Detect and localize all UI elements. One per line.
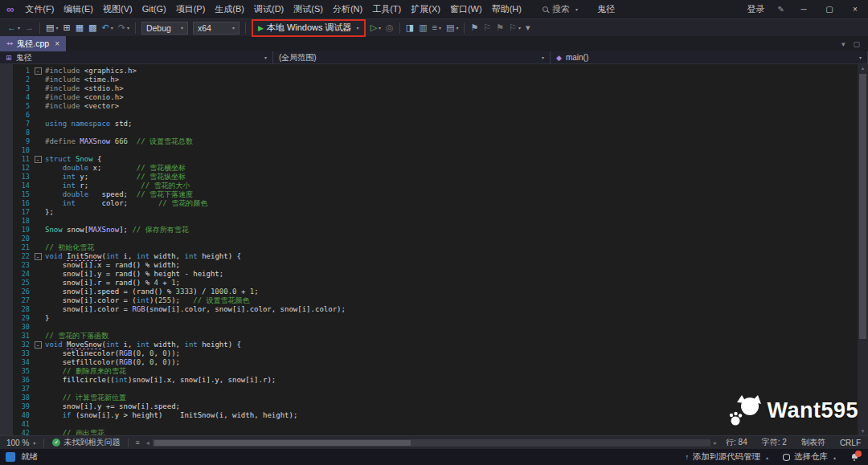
code-line[interactable]: snow[i].color = (int)(255); // 设置雪花颜色 <box>45 296 868 305</box>
tabs-indicator[interactable]: 制表符 <box>801 437 825 448</box>
code-line[interactable] <box>45 146 868 155</box>
fold-margin[interactable]: ---- <box>32 64 43 435</box>
clear-bookmarks-icon[interactable]: ⚐▾ <box>506 20 523 36</box>
start-debugging-button[interactable]: ▶本地 Windows 调试器▾ <box>253 21 364 35</box>
code-line[interactable]: double speed; // 雪花下落速度 <box>45 190 868 199</box>
new-file-icon[interactable]: ▤▾ <box>43 20 60 36</box>
search-box[interactable]: 搜索 ▾ <box>538 2 583 16</box>
code-line[interactable] <box>45 323 868 332</box>
code-line[interactable] <box>45 111 868 120</box>
next-bookmark-icon[interactable]: ⚑ <box>493 20 506 36</box>
tab-close-icon[interactable]: × <box>55 39 59 48</box>
tab-guijing-cpp[interactable]: ++ 鬼径.cpp × <box>0 36 66 51</box>
menu-item[interactable]: 视图(V) <box>98 0 137 18</box>
horizontal-scrollbar[interactable] <box>153 439 710 447</box>
breakpoint-margin[interactable] <box>0 64 13 435</box>
undo-icon[interactable]: ↶▾ <box>99 20 115 36</box>
menu-item[interactable]: 窗口(W) <box>445 0 487 18</box>
project-dropdown[interactable]: ⊞ 鬼径 ▾ <box>0 51 273 63</box>
code-line[interactable]: using namespace std; <box>45 120 868 128</box>
fold-collapse-icon[interactable]: - <box>35 67 42 75</box>
scroll-left-icon[interactable]: ◂ <box>145 439 151 447</box>
bookmark-icon[interactable]: ⚑ <box>468 20 481 36</box>
menu-item[interactable]: 项目(P) <box>171 0 211 18</box>
code-line[interactable]: snow[i].speed = (rand() % 3333) / 1000.0… <box>45 288 868 296</box>
code-line[interactable]: void InitSnow(int i, int width, int heig… <box>45 252 868 261</box>
code-line[interactable]: #include <stdio.h> <box>45 84 868 93</box>
platform-dropdown[interactable]: x64▾ <box>193 22 240 35</box>
code-line[interactable]: int color; // 雪花的颜色 <box>45 199 868 208</box>
forward-icon[interactable]: → <box>23 20 36 36</box>
code-line[interactable]: // 删除原来的雪花 <box>45 367 868 376</box>
code-line[interactable]: }; <box>45 208 868 217</box>
code-line[interactable] <box>45 128 868 137</box>
scroll-up-icon[interactable]: ▴ <box>858 64 868 72</box>
back-icon[interactable]: ←▾ <box>5 20 23 36</box>
code-line[interactable]: Snow snow[MAXSnow]; // 保存所有雪花 <box>45 226 868 235</box>
menu-item[interactable]: 调试(D) <box>249 0 289 18</box>
maximize-button[interactable]: ▢ <box>817 0 842 18</box>
toolbar-options-icon[interactable]: ▾ <box>523 20 533 36</box>
select-repository-button[interactable]: 选择仓库 ▴ <box>783 451 836 463</box>
redo-icon[interactable]: ↷▾ <box>116 20 132 36</box>
configuration-dropdown[interactable]: Debug▾ <box>141 22 188 35</box>
add-to-source-control-button[interactable]: ↑ 添加到源代码管理 ▴ <box>685 451 768 463</box>
code-line[interactable]: #include <conio.h> <box>45 93 868 102</box>
save-icon[interactable]: ▦ <box>73 20 86 36</box>
code-line[interactable]: setfillcolor(RGB(0, 0, 0)); <box>45 358 868 367</box>
code-line[interactable]: int y; // 雪花纵坐标 <box>45 173 868 182</box>
code-line[interactable]: int r; // 雪花的大小 <box>45 182 868 190</box>
add-item-icon[interactable]: ⊞ <box>60 20 72 36</box>
code-line[interactable] <box>45 217 868 226</box>
scope-dropdown[interactable]: (全局范围) ▾ <box>273 51 551 63</box>
code-editor[interactable]: 1234567891011121314151617181920212223242… <box>0 64 868 435</box>
code-lines[interactable]: #include <graphics.h>#include <time.h>#i… <box>43 64 868 435</box>
attach-icon[interactable]: ◎ <box>383 20 396 36</box>
feedback-icon[interactable]: ✎ <box>772 5 791 14</box>
solution-explorer-icon[interactable]: ◨ <box>403 20 416 36</box>
member-dropdown[interactable]: ◆ main() ▾ <box>551 51 868 63</box>
code-line[interactable]: #include <vector> <box>45 102 868 111</box>
sign-in-button[interactable]: 登录 <box>741 3 772 15</box>
code-line[interactable]: // 雪花的下落函数 <box>45 332 868 341</box>
column-indicator[interactable]: 字符: 2 <box>762 437 787 448</box>
fold-collapse-icon[interactable]: - <box>35 253 42 260</box>
scrollbar-thumb[interactable] <box>859 74 866 339</box>
start-without-debugging-icon[interactable]: ▷▾ <box>368 20 383 36</box>
tab-list-chevron-icon[interactable]: ▾ <box>841 40 845 48</box>
code-line[interactable]: void MoveSnow(int i, int width, int heig… <box>45 341 868 349</box>
fold-collapse-icon[interactable]: - <box>35 341 42 349</box>
eol-indicator[interactable]: CRLF <box>840 438 861 447</box>
scroll-right-icon[interactable]: ▸ <box>712 439 719 447</box>
output-window-icon[interactable]: ▤▾ <box>444 20 461 36</box>
close-button[interactable]: × <box>842 0 868 18</box>
team-explorer-icon[interactable]: ▥ <box>416 20 429 36</box>
properties-icon[interactable]: ≡▾ <box>430 20 444 36</box>
menu-item[interactable]: 分析(N) <box>328 0 367 18</box>
code-line[interactable]: snow[i].x = rand() % width; <box>45 261 868 270</box>
code-line[interactable]: snow[i].r = rand() % 4 + 1; <box>45 279 868 288</box>
code-cleanup-icon[interactable]: ≡ <box>130 438 144 447</box>
menu-item[interactable]: Git(G) <box>137 0 171 18</box>
menu-item[interactable]: 编辑(E) <box>59 0 98 18</box>
code-line[interactable]: #include <graphics.h> <box>45 67 868 75</box>
menu-item[interactable]: 扩展(X) <box>406 0 445 18</box>
hscrollbar-thumb[interactable] <box>154 440 411 446</box>
code-line[interactable]: } <box>45 314 868 323</box>
health-indicator[interactable]: ✓ 未找到相关问题 <box>46 437 126 448</box>
code-line[interactable]: #define MAXSnow 666 // 设置雪花总数 <box>45 137 868 146</box>
code-line[interactable]: // 初始化雪花 <box>45 243 868 252</box>
prev-bookmark-icon[interactable]: ⚐ <box>481 20 493 36</box>
save-all-icon[interactable]: ▩ <box>86 20 99 36</box>
code-line[interactable]: double x; // 雪花横坐标 <box>45 164 868 173</box>
scroll-down-icon[interactable]: ▾ <box>858 427 868 435</box>
code-line[interactable]: setlinecolor(RGB(0, 0, 0)); <box>45 349 868 358</box>
code-line[interactable]: snow[i].y = rand() % height - height; <box>45 270 868 279</box>
menu-item[interactable]: 文件(F) <box>20 0 59 18</box>
code-line[interactable]: struct Snow { <box>45 155 868 164</box>
vertical-scrollbar[interactable]: ▴ ▾ <box>858 64 868 435</box>
menu-item[interactable]: 测试(S) <box>289 0 328 18</box>
code-line[interactable]: #include <time.h> <box>45 75 868 84</box>
code-line[interactable] <box>45 235 868 243</box>
minimize-button[interactable]: ─ <box>791 0 817 18</box>
